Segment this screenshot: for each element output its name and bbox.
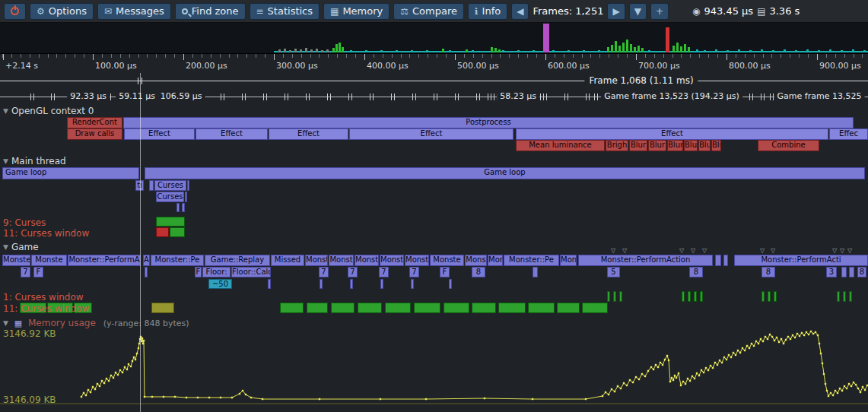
frame-bar[interactable] — [634, 47, 636, 52]
zone-monst[interactable]: Monst — [305, 255, 328, 266]
frame-bar[interactable] — [321, 50, 323, 52]
message-marker-icon[interactable]: ▽ — [611, 247, 615, 254]
frame-bar[interactable] — [738, 49, 740, 52]
frame-bar[interactable] — [648, 50, 650, 52]
statistics-button[interactable]: ≡Statistics — [250, 3, 320, 20]
zone-blur[interactable]: Blur — [648, 140, 666, 151]
frame-bar[interactable] — [449, 50, 451, 52]
zone-game-replay[interactable]: Game::Replay — [205, 255, 270, 266]
zone-mean-luminance[interactable]: Mean luminance — [516, 140, 605, 151]
plot-box[interactable] — [280, 303, 304, 313]
zone-monste[interactable]: Monste — [2, 255, 30, 266]
zone-tiny[interactable] — [533, 267, 538, 277]
subframe-label[interactable]: 92.33 μs — [67, 91, 110, 101]
collapse-arrow-icon[interactable]: ▼ — [3, 319, 8, 327]
zone-monster-performaction[interactable]: Monster::PerformAction — [578, 255, 713, 266]
zone-effect[interactable]: Effect — [349, 128, 513, 140]
zone-5[interactable]: 5 — [607, 267, 620, 277]
frame-bar[interactable] — [560, 51, 562, 52]
frame-bar[interactable] — [852, 49, 854, 52]
zone-f[interactable]: F — [195, 267, 202, 277]
frame-bar[interactable] — [829, 49, 831, 52]
frame-bar[interactable] — [863, 50, 866, 52]
lock-row-label[interactable]: 9: Curses — [3, 217, 46, 228]
frame-bar[interactable] — [598, 50, 600, 52]
frame-bar[interactable] — [517, 50, 520, 52]
frame-bar[interactable] — [472, 50, 474, 52]
zone-effect[interactable]: Effect — [124, 128, 195, 140]
zone-combine[interactable]: Combine — [758, 140, 819, 151]
plot-box[interactable] — [843, 291, 846, 302]
frame-bar[interactable] — [418, 51, 421, 52]
frame-bar[interactable] — [339, 43, 341, 52]
message-marker-icon[interactable]: ▽ — [702, 247, 707, 254]
message-marker-icon[interactable]: ▽ — [691, 247, 695, 254]
plot-box[interactable] — [528, 303, 555, 313]
frame-bar[interactable] — [656, 51, 658, 52]
zone-curses[interactable]: Curses — [156, 192, 184, 202]
zone-3[interactable]: 3 — [826, 267, 837, 277]
zone-8[interactable]: 8 — [472, 267, 485, 277]
plot-box[interactable] — [768, 291, 771, 302]
zone-monster-performacti[interactable]: Monster::PerformActi — [734, 255, 868, 266]
frame-bar[interactable] — [784, 49, 786, 52]
frame-bar[interactable] — [434, 51, 436, 52]
section-header-opengl-context-0[interactable]: ▼OpenGL context 0 — [3, 106, 94, 116]
frame-bar[interactable] — [411, 50, 413, 52]
frame-bar[interactable] — [696, 49, 698, 52]
plot-box[interactable] — [849, 291, 852, 302]
frame-bar[interactable] — [684, 44, 686, 52]
zone-tiny[interactable] — [715, 255, 721, 266]
plot-box[interactable] — [472, 303, 496, 313]
collapse-view-button[interactable]: ▼ — [629, 3, 647, 20]
plot-box[interactable] — [613, 291, 616, 302]
frame-header-row[interactable]: Frame 1,068 (1.11 ms) — [0, 73, 868, 88]
section-header-main-thread[interactable]: ▼Main thread — [3, 156, 66, 166]
frame-bar[interactable] — [575, 51, 577, 52]
subframe-label[interactable]: Game frame 13,523 (194.23 μs) — [601, 91, 742, 101]
frame-bar[interactable] — [350, 50, 352, 52]
zone-8[interactable]: 8 — [761, 267, 775, 277]
plot-box[interactable] — [607, 291, 610, 302]
subframe-label[interactable]: 58.23 μs — [497, 91, 539, 101]
zone-brigh[interactable]: Brigh — [606, 140, 628, 151]
frame-bar[interactable] — [289, 50, 291, 52]
plot-box[interactable] — [682, 291, 685, 302]
plot-box[interactable] — [414, 303, 440, 313]
messages-button[interactable]: ✉Messages — [97, 3, 171, 20]
zone-effect[interactable]: Effect — [196, 128, 268, 140]
collapse-arrow-icon[interactable]: ▼ — [3, 107, 8, 115]
zone-tiny[interactable] — [176, 203, 180, 212]
frame-bar[interactable] — [342, 47, 344, 52]
frame-bar[interactable] — [611, 45, 613, 52]
frame-bar[interactable] — [310, 49, 313, 52]
options-button[interactable]: ⚙Options — [30, 3, 94, 20]
frame-bar[interactable] — [715, 49, 717, 52]
frame-bar[interactable] — [510, 51, 512, 52]
power-button[interactable] — [4, 3, 26, 20]
zone-tiny[interactable] — [849, 267, 854, 277]
memory-section-header[interactable]: ▼ ▦ Memory usage (y-range: 848 bytes) — [3, 318, 189, 328]
frame-bar[interactable] — [749, 50, 752, 52]
frame-bar[interactable] — [426, 50, 428, 52]
zone-tiny[interactable] — [185, 192, 187, 202]
plot-box[interactable] — [156, 227, 169, 237]
zone-7[interactable]: 7 — [21, 267, 30, 277]
frame-bar[interactable] — [358, 51, 360, 52]
plot-box[interactable] — [444, 303, 469, 313]
time-axis[interactable]: +2.14 s100.00 μs200.00 μs300.00 μs400.00… — [0, 54, 868, 73]
frame-bar[interactable] — [841, 50, 843, 52]
zone-blur[interactable]: Blur — [684, 140, 698, 151]
message-marker-icon[interactable]: ▽ — [622, 247, 627, 254]
frame-bar[interactable] — [637, 46, 640, 52]
frame-bar[interactable] — [403, 51, 405, 52]
zone-tiny[interactable] — [449, 279, 452, 289]
frame-bar[interactable] — [294, 49, 297, 52]
frame-label[interactable]: Frame 1,068 (1.11 ms) — [584, 75, 698, 86]
zone-f[interactable]: F — [33, 267, 43, 277]
frame-bar[interactable] — [479, 51, 482, 52]
zone-tiny[interactable] — [268, 279, 271, 289]
frame-bar[interactable] — [494, 48, 497, 52]
zone-monster-pe[interactable]: Monster::Pe — [151, 255, 204, 266]
subframe-label[interactable]: 106.59 μs — [157, 91, 205, 101]
